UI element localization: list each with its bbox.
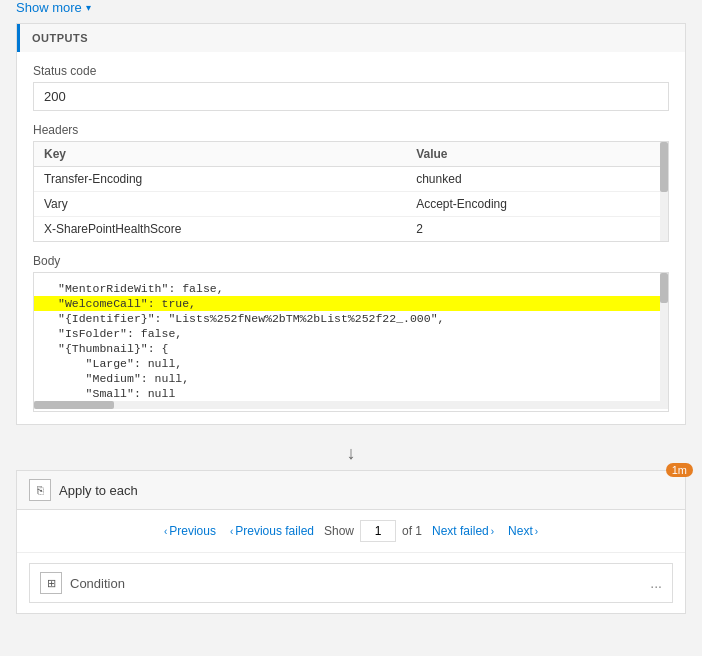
chevron-down-icon: ▾ (86, 2, 91, 13)
v-scrollbar-right[interactable] (660, 273, 668, 403)
headers-section: Headers Key Value Transfer-Encodingchunk… (33, 123, 669, 242)
apply-card-title: Apply to each (59, 483, 138, 498)
show-more-label: Show more (16, 0, 82, 15)
code-line: "WelcomeCall": true, (34, 296, 668, 311)
header-value: Accept-Encoding (406, 192, 668, 217)
timing-badge: 1m (666, 463, 693, 477)
previous-failed-button[interactable]: ‹ Previous failed (226, 522, 318, 540)
header-key: X-SharePointHealthScore (34, 217, 406, 242)
show-more-row[interactable]: Show more ▾ (16, 0, 686, 15)
code-line: "{Identifier}": "Lists%252fNew%2bTM%2bLi… (34, 311, 668, 326)
apply-to-each-card: 1m ⎘ Apply to each ‹ Previous ‹ Previous… (16, 470, 686, 614)
header-value: 2 (406, 217, 668, 242)
next-button[interactable]: Next › (504, 522, 542, 540)
h-scrollbar[interactable] (34, 401, 668, 409)
scrollbar-track[interactable] (660, 142, 668, 241)
condition-ellipsis-button[interactable]: ... (650, 575, 662, 591)
main-container: Show more ▾ OUTPUTS Status code 200 Head… (0, 0, 702, 614)
arrow-connector: ↓ (16, 437, 686, 470)
previous-button[interactable]: ‹ Previous (160, 522, 220, 540)
condition-symbol: ⊞ (47, 577, 56, 590)
of-label: of 1 (402, 524, 422, 538)
chevron-left-icon: ‹ (164, 526, 167, 537)
outputs-title: OUTPUTS (32, 32, 88, 44)
header-value: chunked (406, 167, 668, 192)
body-code-container[interactable]: "MentorRideWith": false,"WelcomeCall": t… (33, 272, 669, 412)
headers-table: Key Value Transfer-EncodingchunkedVaryAc… (34, 142, 668, 241)
body-section: Body "MentorRideWith": false,"WelcomeCal… (33, 254, 669, 412)
table-row: VaryAccept-Encoding (34, 192, 668, 217)
apply-card-header: ⎘ Apply to each (17, 471, 685, 510)
code-line: "Medium": null, (34, 371, 668, 386)
down-arrow-icon: ↓ (347, 443, 356, 464)
col-value: Value (406, 142, 668, 167)
chevron-right-icon-2: › (535, 526, 538, 537)
h-scrollbar-thumb (34, 401, 114, 409)
loop-icon: ⎘ (29, 479, 51, 501)
v-scrollbar-right-thumb (660, 273, 668, 303)
outputs-header: OUTPUTS (17, 24, 685, 52)
pagination-bar: ‹ Previous ‹ Previous failed Show of 1 N… (17, 510, 685, 553)
previous-label: Previous (169, 524, 216, 538)
header-key: Transfer-Encoding (34, 167, 406, 192)
page-input[interactable] (360, 520, 396, 542)
next-label: Next (508, 524, 533, 538)
code-line: "Large": null, (34, 356, 668, 371)
col-key: Key (34, 142, 406, 167)
previous-failed-label: Previous failed (235, 524, 314, 538)
headers-label: Headers (33, 123, 669, 137)
code-line: "IsFolder": false, (34, 326, 668, 341)
code-line: "{Thumbnail}": { (34, 341, 668, 356)
code-line: "Small": null (34, 386, 668, 401)
outputs-card: OUTPUTS Status code 200 Headers Key Valu… (16, 23, 686, 425)
condition-row: ⊞ Condition ... (29, 563, 673, 603)
status-code-label: Status code (33, 64, 669, 78)
loop-symbol: ⎘ (37, 484, 44, 496)
body-code-lines: "MentorRideWith": false,"WelcomeCall": t… (34, 281, 668, 401)
chevron-left-icon-2: ‹ (230, 526, 233, 537)
chevron-right-icon: › (491, 526, 494, 537)
outputs-body: Status code 200 Headers Key Value Tran (17, 52, 685, 424)
body-label: Body (33, 254, 669, 268)
next-failed-label: Next failed (432, 524, 489, 538)
next-failed-button[interactable]: Next failed › (428, 522, 498, 540)
scrollbar-thumb (660, 142, 668, 192)
code-line: "MentorRideWith": false, (34, 281, 668, 296)
table-row: Transfer-Encodingchunked (34, 167, 668, 192)
apply-card-title-row: ⎘ Apply to each (29, 479, 138, 501)
header-key: Vary (34, 192, 406, 217)
status-code-value: 200 (33, 82, 669, 111)
apply-card-body: ⊞ Condition ... (17, 553, 685, 613)
condition-icon: ⊞ (40, 572, 62, 594)
condition-label: Condition (70, 576, 642, 591)
show-label: Show (324, 524, 354, 538)
table-row: X-SharePointHealthScore2 (34, 217, 668, 242)
headers-table-container: Key Value Transfer-EncodingchunkedVaryAc… (33, 141, 669, 242)
